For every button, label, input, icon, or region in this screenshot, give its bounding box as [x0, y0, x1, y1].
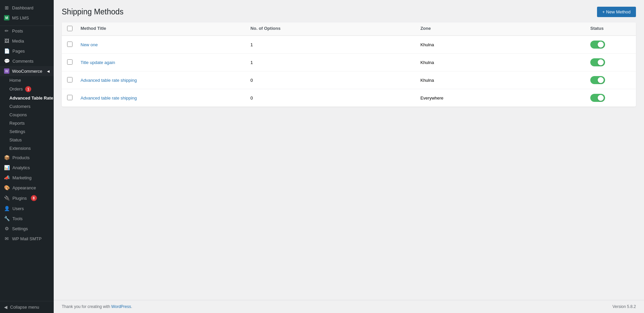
sidebar-item-woocommerce[interactable]: W WooCommerce ◀	[0, 66, 54, 76]
row-options-cell: 1	[250, 60, 420, 65]
status-toggle[interactable]	[590, 94, 605, 102]
new-method-button[interactable]: + New Method	[597, 7, 636, 17]
status-toggle[interactable]	[590, 76, 605, 84]
woo-reports[interactable]: Reports	[0, 119, 54, 127]
table-row: Title update again 1 Khulna	[62, 54, 636, 71]
table-row: Advanced table rate shipping 0 Everywher…	[62, 89, 636, 107]
woo-settings[interactable]: Settings	[0, 127, 54, 136]
sidebar: ⊞ Dashboard M MS LMS ✏ Posts 🖼 Media 📄 P…	[0, 0, 54, 313]
wp-mail-smtp-icon: ✉	[4, 236, 9, 241]
plugins-badge: 8	[31, 195, 37, 201]
woo-extensions[interactable]: Extensions	[0, 144, 54, 152]
pages-icon: 📄	[4, 48, 10, 54]
sidebar-media[interactable]: 🖼 Media	[0, 36, 54, 46]
version-text: Version 5.8.2	[612, 304, 636, 309]
woo-status[interactable]: Status	[0, 136, 54, 144]
settings-icon: ⚙	[4, 226, 9, 231]
woo-coupons[interactable]: Coupons	[0, 111, 54, 119]
footer-credit: Thank you for creating with WordPress.	[62, 304, 132, 309]
shipping-methods-table: Method Title No. of Options Zone Status …	[62, 22, 636, 107]
woo-home[interactable]: Home	[0, 76, 54, 84]
row-status-cell	[590, 94, 631, 102]
sidebar-item-appearance[interactable]: 🎨 Appearance	[0, 183, 54, 193]
wordpress-link[interactable]: WordPress	[111, 304, 131, 309]
table-row: Advanced table rate shipping 0 Khulna	[62, 71, 636, 89]
select-all-checkbox[interactable]	[67, 26, 72, 31]
sidebar-pages[interactable]: 📄 Pages	[0, 46, 54, 56]
header-status: Status	[590, 26, 631, 32]
row-checkbox[interactable]	[67, 95, 72, 100]
collapse-icon: ◀	[4, 305, 7, 310]
row-zone-cell: Everywhere	[420, 96, 590, 101]
woocommerce-icon: W	[4, 68, 9, 74]
row-title-cell: New one	[81, 42, 250, 47]
toggle-track	[590, 94, 605, 102]
appearance-icon: 🎨	[4, 185, 10, 190]
orders-badge: 1	[25, 86, 31, 92]
sidebar-item-dashboard[interactable]: ⊞ Dashboard	[0, 3, 54, 13]
woo-orders[interactable]: Orders 1	[0, 84, 54, 94]
comments-icon: 💬	[4, 58, 10, 64]
header-checkbox-cell	[67, 26, 81, 32]
sidebar-comments[interactable]: 💬 Comments	[0, 56, 54, 66]
row-checkbox[interactable]	[67, 42, 72, 47]
ms-lms-icon: M	[4, 15, 9, 20]
row-options-cell: 0	[250, 78, 420, 83]
sidebar-item-marketing[interactable]: 📣 Marketing	[0, 173, 54, 183]
row-checkbox-cell	[67, 59, 81, 66]
woo-customers[interactable]: Customers	[0, 102, 54, 111]
users-icon: 👤	[4, 206, 10, 211]
page-title: Shipping Methods	[62, 7, 123, 16]
sidebar-item-plugins[interactable]: 🔌 Plugins 8	[0, 193, 54, 203]
collapse-menu-button[interactable]: ◀ Collapse menu	[0, 301, 54, 313]
main-content: Shipping Methods + New Method Method Tit…	[54, 0, 644, 313]
analytics-icon: 📊	[4, 165, 10, 170]
tools-icon: 🔧	[4, 216, 10, 221]
header-zone: Zone	[420, 26, 590, 32]
sidebar-posts[interactable]: ✏ Posts	[0, 26, 54, 36]
woo-submenu: Home Orders 1 Advanced Table Rate Shippi…	[0, 76, 54, 152]
method-title-link[interactable]: Advanced table rate shipping	[81, 96, 137, 101]
row-status-cell	[590, 76, 631, 84]
method-title-link[interactable]: Title update again	[81, 60, 115, 65]
woo-atrs[interactable]: Advanced Table Rate Shipping	[0, 94, 54, 102]
method-title-link[interactable]: New one	[81, 42, 98, 47]
sidebar-top: ⊞ Dashboard M MS LMS	[0, 0, 54, 26]
marketing-icon: 📣	[4, 175, 10, 180]
header-options: No. of Options	[250, 26, 420, 32]
row-options-cell: 0	[250, 96, 420, 101]
row-checkbox-cell	[67, 77, 81, 83]
status-toggle[interactable]	[590, 58, 605, 66]
sidebar-item-users[interactable]: 👤 Users	[0, 203, 54, 213]
sidebar-item-settings[interactable]: ⚙ Settings	[0, 224, 54, 234]
row-title-cell: Advanced table rate shipping	[81, 96, 250, 101]
products-icon: 📦	[4, 155, 10, 160]
sidebar-item-wp-mail-smtp[interactable]: ✉ WP Mail SMTP	[0, 234, 54, 244]
sidebar-item-products[interactable]: 📦 Products	[0, 152, 54, 163]
row-checkbox-cell	[67, 95, 81, 101]
plugins-icon: 🔌	[4, 195, 10, 201]
toggle-track	[590, 58, 605, 66]
row-checkbox[interactable]	[67, 77, 72, 82]
row-zone-cell: Khulna	[420, 78, 590, 83]
row-checkbox-cell	[67, 42, 81, 48]
header-method-title: Method Title	[81, 26, 250, 32]
page-header: Shipping Methods + New Method	[62, 7, 636, 17]
row-status-cell	[590, 58, 631, 66]
posts-icon: ✏	[4, 28, 9, 34]
row-title-cell: Title update again	[81, 60, 250, 65]
sidebar-item-analytics[interactable]: 📊 Analytics	[0, 163, 54, 173]
sidebar-item-tools[interactable]: 🔧 Tools	[0, 213, 54, 224]
sidebar-item-ms-lms[interactable]: M MS LMS	[0, 13, 54, 23]
dashboard-icon: ⊞	[4, 5, 9, 10]
row-options-cell: 1	[250, 42, 420, 47]
status-toggle[interactable]	[590, 41, 605, 49]
media-icon: 🖼	[4, 38, 9, 44]
row-title-cell: Advanced table rate shipping	[81, 78, 250, 83]
woo-arrow-icon: ◀	[47, 69, 50, 73]
table-row: New one 1 Khulna	[62, 36, 636, 54]
row-checkbox[interactable]	[67, 59, 72, 65]
method-title-link[interactable]: Advanced table rate shipping	[81, 78, 137, 83]
toggle-track	[590, 76, 605, 84]
toggle-track	[590, 41, 605, 49]
